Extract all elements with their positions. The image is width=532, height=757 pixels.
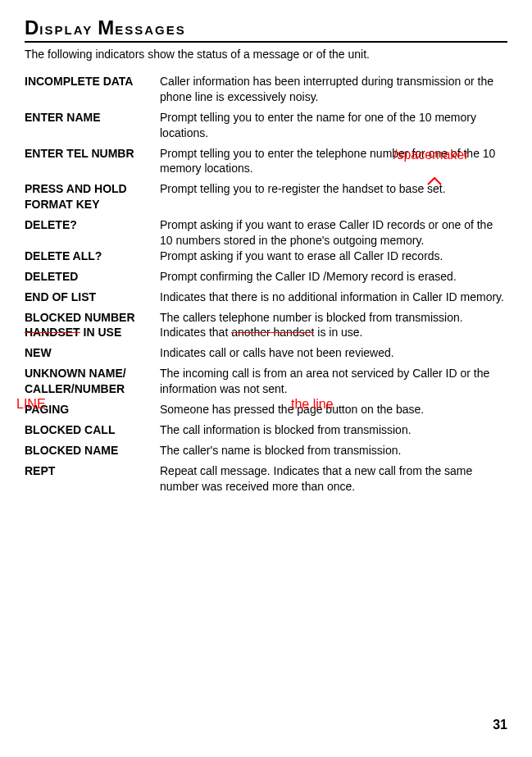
desc-strike: another handset [231,326,314,339]
title-w1-rest: ISPLAY [39,23,93,37]
entry-desc: Someone has pressed the page button on t… [160,402,507,417]
page-number: 31 [493,718,507,732]
title-w2-rest: ESSAGES [115,23,186,37]
entry-row: HANDSET IN USE Indicates that another ha… [25,325,507,340]
entry-desc: Prompt asking if you want to erase all C… [160,249,507,264]
entry-row: INCOMPLETE DATA Caller information has b… [25,74,507,105]
entry-desc: Indicates that there is no additional in… [160,290,507,305]
entry-row: END OF LIST Indicates that there is no a… [25,290,507,305]
entry-row: NEW Indicates call or calls have not bee… [25,345,507,361]
entry-row: DELETE? Prompt asking if you want to era… [25,217,507,249]
entry-row: PRESS AND HOLD FORMAT KEY Prompt telling… [25,181,507,212]
intro-text: The following indicators show the status… [25,48,507,61]
annotation-line: LINE [16,397,46,412]
entry-term: NEW [25,345,160,361]
entry-row: BLOCKED CALL The call information is blo… [25,422,507,438]
annotation-spacemaker: /spacemaker [393,148,469,162]
entry-desc: Prompt asking if you want to erase Calle… [160,217,507,249]
entry-term: BLOCKED NUMBER [25,310,160,326]
entry-term: ENTER NAME [25,110,160,141]
entry-desc: Repeat call message. Indicates that a ne… [160,463,507,495]
entry-term: REPT [25,463,160,495]
entry-row: ENTER NAME Prompt telling you to enter t… [25,110,507,141]
entry-row: REPT Repeat call message. Indicates that… [25,463,507,495]
entry-term: UNKNOWN NAME/ CALLER/NUMBER [25,366,160,397]
entry-row: PAGING Someone has pressed the page butt… [25,402,507,417]
annotation-theline: the line [291,397,334,412]
entry-desc: Prompt telling you to re-register the ha… [160,181,507,212]
entry-row: BLOCKED NAME The caller's name is blocke… [25,443,507,458]
entry-row: DELETED Prompt confirming the Caller ID … [25,269,507,285]
entry-desc: Indicates that another handset is in use… [160,325,507,340]
entry-term: INCOMPLETE DATA [25,74,160,105]
entry-term: END OF LIST [25,290,160,305]
entry-term: BLOCKED CALL [25,422,160,438]
entry-term: ENTER TEL NUMBR [25,146,160,177]
entry-row: DELETE ALL? Prompt asking if you want to… [25,249,507,264]
section-title: DISPLAY MESSAGES [25,16,507,39]
desc-pre: Indicates that [160,326,231,339]
entry-desc: Caller information has been interrupted … [160,74,507,105]
entry-term: BLOCKED NAME [25,443,160,458]
entry-term: HANDSET IN USE [25,325,160,340]
desc-post: is in use. [314,326,362,339]
entry-desc: Prompt confirming the Caller ID /Memory … [160,269,507,285]
entry-desc: Prompt telling you to enter the name for… [160,110,507,141]
annotation-caret [426,176,443,186]
title-w1-first: D [25,16,39,39]
entry-desc: Indicates call or calls have not been re… [160,345,507,361]
entry-term: DELETE? [25,217,160,249]
entry-term: PRESS AND HOLD FORMAT KEY [25,181,160,212]
entry-term: DELETED [25,269,160,285]
term-strike: HANDSET [25,326,80,339]
entry-term: DELETE ALL? [25,249,160,264]
entry-row: UNKNOWN NAME/ CALLER/NUMBER The incoming… [25,366,507,397]
title-w2-first: M [98,16,115,39]
entry-desc: The incoming call is from an area not se… [160,366,507,397]
entry-desc: The call information is blocked from tra… [160,422,507,438]
section-title-wrap: DISPLAY MESSAGES [25,16,507,43]
term-plain: IN USE [80,326,122,339]
caret-icon [426,176,443,186]
entry-row: BLOCKED NUMBER The callers telephone num… [25,310,507,326]
entry-desc: The callers telephone number is blocked … [160,310,507,326]
entry-desc: The caller's name is blocked from transm… [160,443,507,458]
